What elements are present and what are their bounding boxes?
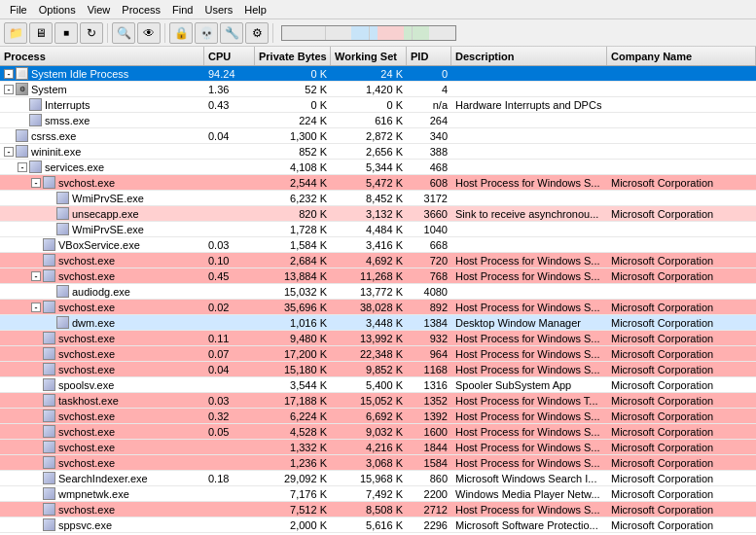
process-name-cell: wmpnetwk.exe — [0, 486, 204, 501]
table-row[interactable]: svchost.exe7,512 K8,508 K2712Host Proces… — [0, 502, 756, 517]
col-pid[interactable]: PID — [407, 47, 451, 65]
table-row[interactable]: svchost.exe0.119,480 K13,992 K932Host Pr… — [0, 331, 756, 346]
menu-help[interactable]: Help — [238, 2, 272, 18]
process-icon — [29, 160, 42, 173]
company-cell: Microsoft Corporation — [607, 502, 753, 517]
table-row[interactable]: VBoxService.exe0.031,584 K3,416 K668 — [0, 237, 756, 253]
description-cell — [451, 144, 607, 159]
col-desc[interactable]: Description — [451, 47, 607, 65]
process-icon — [56, 316, 69, 329]
table-row[interactable]: svchost.exe0.326,224 K6,692 K1392Host Pr… — [0, 409, 756, 424]
tb-search[interactable]: 🔍 — [112, 22, 135, 44]
column-headers: Process CPU Private Bytes Working Set PI… — [0, 47, 756, 66]
table-row[interactable]: -wininit.exe852 K2,656 K388 — [0, 144, 756, 160]
table-row[interactable]: WmiPrvSE.exe6,232 K8,452 K3172 — [0, 191, 756, 206]
expand-icon[interactable]: - — [31, 271, 41, 281]
cpu-cell: 0.11 — [204, 331, 255, 345]
tb-refresh[interactable]: ↻ — [80, 22, 103, 44]
company-cell: Microsoft Corporation — [607, 253, 753, 268]
company-cell: Microsoft Corporation — [607, 377, 753, 392]
description-cell — [451, 160, 607, 174]
process-name-cell: svchost.exe — [0, 346, 204, 361]
description-cell: Host Process for Windows S... — [451, 346, 607, 361]
table-row[interactable]: -svchost.exe0.4513,884 K11,268 K768Host … — [0, 268, 756, 284]
working-set-cell: 1,420 K — [331, 82, 407, 96]
expand-icon[interactable]: - — [4, 69, 14, 79]
tb-stop[interactable]: ■ — [54, 22, 78, 44]
description-cell: Host Process for Windows S... — [451, 455, 607, 470]
menu-process[interactable]: Process — [116, 2, 166, 18]
process-name-cell: -⬜System Idle Process — [0, 66, 204, 81]
table-row[interactable]: WmiPrvSE.exe1,728 K4,484 K1040 — [0, 222, 756, 237]
tb-kill[interactable]: 💀 — [195, 22, 218, 44]
col-private[interactable]: Private Bytes — [255, 47, 331, 65]
table-row[interactable]: dwm.exe1,016 K3,448 K1384Desktop Window … — [0, 315, 756, 331]
table-row[interactable]: svchost.exe1,332 K4,216 K1844Host Proces… — [0, 440, 756, 455]
process-name-cell: audiodg.exe — [0, 284, 204, 299]
table-row[interactable]: audiodg.exe15,032 K13,772 K4080 — [0, 284, 756, 300]
col-cpu[interactable]: CPU — [204, 47, 255, 65]
table-row[interactable]: -svchost.exe0.0235,696 K38,028 K892Host … — [0, 300, 756, 315]
process-name-cell: Interrupts — [0, 97, 204, 112]
table-row[interactable]: -svchost.exe2,544 K5,472 K608Host Proces… — [0, 175, 756, 191]
cpu-cell — [204, 486, 255, 501]
process-name-text: sppsvc.exe — [58, 519, 112, 531]
table-row[interactable]: svchost.exe0.102,684 K4,692 K720Host Pro… — [0, 253, 756, 268]
working-set-cell: 11,268 K — [331, 268, 407, 283]
table-row[interactable]: unsecapp.exe820 K3,132 K3660Sink to rece… — [0, 206, 756, 222]
expand-icon[interactable]: - — [18, 162, 27, 172]
expand-icon[interactable]: - — [4, 147, 14, 157]
table-row[interactable]: svchost.exe0.0717,200 K22,348 K964Host P… — [0, 346, 756, 362]
menu-view[interactable]: View — [82, 2, 117, 18]
table-row[interactable]: -⬜System Idle Process94.240 K24 K0 — [0, 66, 756, 82]
description-cell: Sink to receive asynchronou... — [451, 206, 607, 221]
menubar: File Options View Process Find Users Hel… — [0, 0, 756, 19]
tb-monitor[interactable]: 🖥 — [29, 22, 53, 44]
pid-cell: 892 — [407, 300, 451, 314]
table-row[interactable]: Interrupts0.430 K0 Kn/aHardware Interrup… — [0, 97, 756, 113]
table-row[interactable]: svchost.exe1,236 K3,068 K1584Host Proces… — [0, 455, 756, 471]
menu-file[interactable]: File — [4, 2, 33, 18]
private-bytes-cell: 0 K — [255, 97, 331, 112]
cpu-cell — [204, 144, 255, 159]
menu-users[interactable]: Users — [198, 2, 238, 18]
table-row[interactable]: spoolsv.exe3,544 K5,400 K1316Spooler Sub… — [0, 377, 756, 393]
col-working[interactable]: Working Set — [331, 47, 407, 65]
tb-settings[interactable]: 🔧 — [220, 22, 243, 44]
expand-icon[interactable]: - — [31, 178, 41, 188]
separator-3 — [272, 23, 273, 43]
table-row[interactable]: svchost.exe0.0415,180 K9,852 K1168Host P… — [0, 362, 756, 377]
table-row[interactable]: sppsvc.exe2,000 K5,616 K2296Microsoft So… — [0, 517, 756, 533]
company-cell — [607, 113, 753, 127]
process-name-text: wininit.exe — [31, 146, 81, 158]
table-row[interactable]: csrss.exe0.041,300 K2,872 K340 — [0, 128, 756, 144]
process-name-cell: svchost.exe — [0, 455, 204, 470]
expand-icon[interactable]: - — [4, 85, 14, 94]
menu-find[interactable]: Find — [166, 2, 198, 18]
tb-new[interactable]: 📁 — [4, 22, 27, 44]
expand-icon[interactable]: - — [31, 303, 41, 312]
table-row[interactable]: -services.exe4,108 K5,344 K468 — [0, 160, 756, 175]
company-cell — [607, 160, 753, 174]
tb-config[interactable]: ⚙ — [245, 22, 269, 44]
private-bytes-cell: 6,224 K — [255, 409, 331, 423]
tb-lock[interactable]: 🔒 — [169, 22, 193, 44]
pid-cell: 2296 — [407, 517, 451, 532]
working-set-cell: 8,452 K — [331, 191, 407, 205]
table-row[interactable]: taskhost.exe0.0317,188 K15,052 K1352Host… — [0, 393, 756, 409]
menu-options[interactable]: Options — [33, 2, 82, 18]
table-row[interactable]: -⚙System1.3652 K1,420 K4 — [0, 82, 756, 97]
pid-cell: 1584 — [407, 455, 451, 470]
process-name-text: wmpnetwk.exe — [58, 488, 129, 500]
table-row[interactable]: smss.exe224 K616 K264 — [0, 113, 756, 128]
tb-view[interactable]: 👁 — [137, 22, 161, 44]
col-company[interactable]: Company Name — [607, 47, 756, 65]
description-cell: Microsoft Windows Search I... — [451, 471, 607, 485]
table-row[interactable]: wmpnetwk.exe7,176 K7,492 K2200Windows Me… — [0, 486, 756, 502]
table-row[interactable]: SearchIndexer.exe0.1829,092 K15,968 K860… — [0, 471, 756, 486]
working-set-cell: 15,968 K — [331, 471, 407, 485]
table-row[interactable]: svchost.exe0.054,528 K9,032 K1600Host Pr… — [0, 424, 756, 440]
process-name-cell: svchost.exe — [0, 409, 204, 423]
process-name-text: svchost.exe — [58, 457, 115, 469]
col-process[interactable]: Process — [0, 47, 204, 65]
